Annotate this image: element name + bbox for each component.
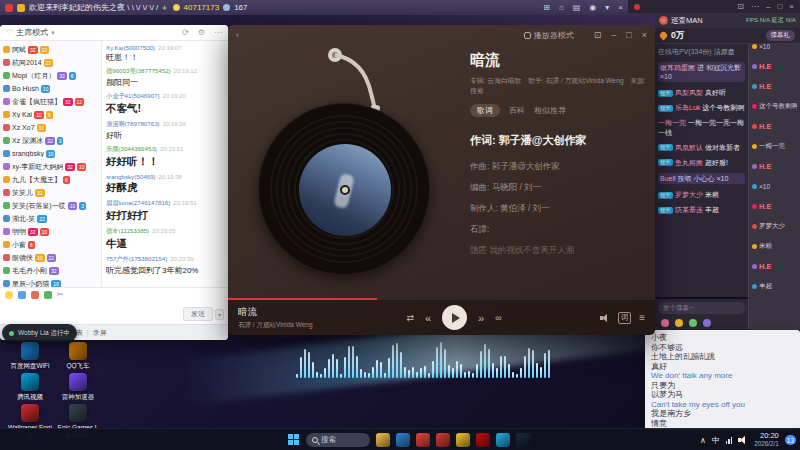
danmu-gift-button[interactable]: 弹幕礼	[766, 30, 796, 41]
more-icon[interactable]: ⋯	[214, 28, 222, 37]
windows-start-button[interactable]	[288, 434, 300, 446]
channel-user-row[interactable]: 阿斌 3210	[0, 43, 101, 56]
list-icon[interactable]: ▤	[573, 4, 581, 12]
channel-user-row[interactable]: 小窗 6	[0, 238, 101, 251]
previous-track-icon[interactable]: «	[425, 312, 431, 324]
gift-coin-icon[interactable]	[675, 319, 683, 327]
progress-bar[interactable]	[228, 298, 377, 300]
gift-crystal-icon[interactable]	[703, 319, 711, 327]
channel-user-row[interactable]: Xz 深渊冰 223	[0, 134, 101, 147]
more-icon[interactable]: ⋯	[751, 2, 759, 11]
taskbar-app-chrome-browser[interactable]	[416, 433, 430, 447]
channel-user-row[interactable]: 杭同2014 22	[0, 56, 101, 69]
gift-plant-icon[interactable]	[689, 319, 697, 327]
refresh-icon[interactable]: ⟳	[182, 28, 189, 37]
desktop-icon[interactable]: QQ飞车	[56, 342, 100, 369]
mode-caret-icon[interactable]: ▾	[51, 29, 55, 37]
taskbar-app-bilibili[interactable]	[496, 433, 510, 447]
chat-message[interactable]: 德市(11153385)20:20:05 牛逼	[106, 227, 224, 251]
tray-expand-icon[interactable]: ∧	[700, 436, 706, 445]
grid-icon[interactable]: ⊞	[543, 4, 550, 12]
playlist-icon[interactable]: ≡	[639, 312, 645, 323]
song-request-item[interactable]: 只要为	[651, 381, 794, 391]
redpacket-icon[interactable]	[31, 291, 39, 299]
caret-down-icon[interactable]: ▾	[605, 4, 609, 12]
channel-user-row[interactable]: 明明 3210	[0, 225, 101, 238]
player-mode-toggle[interactable]: 播放器模式	[524, 30, 574, 41]
chat-message[interactable]: 乐颜(3044369453)20:19:31 好好听！！	[106, 145, 224, 169]
tab-record[interactable]: 录屏	[93, 328, 107, 338]
network-icon[interactable]	[726, 437, 733, 444]
gift-heart-icon[interactable]	[661, 319, 669, 327]
status-overlay-pill[interactable]: Wobby Lia 运行中	[2, 324, 77, 342]
song-request-item[interactable]: 小夜	[651, 333, 794, 343]
taskbar-app-file-explorer[interactable]	[376, 433, 390, 447]
channel-user-row[interactable]: Mopi（红月） 326	[0, 69, 101, 82]
screenshot-icon[interactable]	[44, 291, 52, 299]
mode-label[interactable]: 主席模式	[16, 27, 48, 38]
song-request-item[interactable]: 我是南方乡	[651, 409, 794, 419]
channel-user-row[interactable]: Bo Hush 10	[0, 82, 101, 95]
send-button[interactable]: 发送	[183, 307, 213, 321]
player-maximize-icon[interactable]: □	[626, 30, 631, 40]
player-close-icon[interactable]: ×	[642, 30, 647, 40]
taskbar-app-qq-music[interactable]	[436, 433, 450, 447]
taskbar-search[interactable]: 搜索	[306, 433, 370, 447]
tab-lyrics[interactable]: 歌词	[470, 104, 500, 117]
chat-message[interactable]: 德96003莞(387775452)20:19:12 颜阳同一	[106, 67, 224, 88]
notification-badge[interactable]: 13	[785, 435, 796, 445]
play-button[interactable]	[442, 305, 467, 330]
song-request-item[interactable]: 你不够远	[651, 343, 794, 353]
tab-wiki[interactable]: 百科	[509, 105, 525, 116]
channel-user-tree[interactable]: 阿斌 3210 杭同2014 22 Mopi（红月） 326 Bo Hush 1…	[0, 41, 102, 287]
song-request-panel[interactable]: 小夜你不够远土地上的乱蹦乱跳真好We don' ttalk any more只要…	[645, 330, 800, 430]
shuffle-icon[interactable]: ⇄	[406, 313, 414, 323]
scissors-icon[interactable]: ✂	[57, 290, 64, 299]
vinyl-disc[interactable]	[258, 103, 430, 275]
home-icon[interactable]: ⌂	[559, 4, 564, 12]
chat-message-list[interactable]: Xy.Kai(50007500)20:19:07 旺崽！！ 德96003莞(38…	[102, 41, 228, 287]
clock[interactable]: 20:20 2026/2/1	[754, 432, 779, 447]
lyrics-list[interactable]: 作词: 郭子潘@大创作家作曲: 郭子潘@大创作家编曲: 马晓阳 / 刘一制作人:…	[470, 133, 646, 257]
chat-message[interactable]: 眉眉luma(2746147816)20:19:51 好打好打	[106, 199, 224, 223]
chat-message[interactable]: 757户外(1753802154)20:20:39 听完感觉回到了3年前20%	[106, 255, 224, 276]
tab-similar[interactable]: 相似推荐	[534, 105, 566, 116]
next-track-icon[interactable]: »	[478, 312, 484, 324]
minimize-icon[interactable]: –	[766, 2, 770, 11]
popout-icon[interactable]: ⊡	[737, 2, 744, 11]
channel-user-row[interactable]: 笑笑儿 32	[0, 186, 101, 199]
channel-user-row[interactable]: Xz Xo7 32	[0, 121, 101, 134]
gift-rank-strip[interactable]: 懒 S0L7 ×10 H.E H.E 这个号教剩啊 H.E 一梅一莞 H.E ×…	[748, 13, 800, 330]
desktop-icon[interactable]: 雷神加速器	[56, 373, 100, 400]
song-request-item[interactable]: 情意	[651, 419, 794, 429]
song-request-item[interactable]: Can't take my eyes off you	[651, 400, 794, 410]
back-icon[interactable]: ‹	[236, 30, 239, 40]
taskbar-app-edge-browser[interactable]	[396, 433, 410, 447]
channel-user-row[interactable]: 湖北-笑 22	[0, 212, 101, 225]
channel-user-row[interactable]: 金雀【疯狂猫】 3212	[0, 95, 101, 108]
maximize-icon[interactable]: □	[777, 2, 782, 11]
emoji-icon[interactable]	[5, 291, 13, 299]
desktop-icon[interactable]: 腾讯视频	[8, 373, 52, 400]
danmu-input[interactable]	[658, 302, 745, 314]
channel-user-row[interactable]: 九儿【大魔王】 6	[0, 173, 101, 186]
player-minimize-icon[interactable]: –	[611, 30, 616, 40]
song-request-item[interactable]: We don' ttalk any more	[651, 371, 794, 381]
channel-user-row[interactable]: 星辰-小奶猫 10	[0, 277, 101, 287]
channel-user-row[interactable]: srangbsky 10	[0, 147, 101, 160]
channel-user-row[interactable]: xy-李新旺大妈妈 3210	[0, 160, 101, 173]
loop-icon[interactable]: ∞	[495, 313, 501, 323]
streamer-avatar[interactable]	[659, 16, 668, 25]
chat-message[interactable]: 小金子41(5046907)20:19:20 不客气!	[106, 92, 224, 116]
danmu-list[interactable]: 在线电PV(334份)洁原盘银耳鸡蛋面进 和冠沉光辉 ×10舰长凤梨凤梨真好听舰…	[655, 44, 748, 297]
chat-message[interactable]: srangbsky(50469)20:19:38 好酥虎	[106, 173, 224, 195]
chat-message[interactable]: Xy.Kai(50007500)20:19:07 旺崽！！	[106, 44, 224, 63]
tray-volume-icon[interactable]	[738, 436, 748, 444]
taskbar-app-netease-music[interactable]	[476, 433, 490, 447]
player-popout-icon[interactable]: ⊡	[594, 30, 602, 40]
banner-close-icon[interactable]: ×	[618, 4, 623, 12]
song-request-item[interactable]: 以梦为马	[651, 390, 794, 400]
chat-message[interactable]: 浪漫啊(789780763)20:19:26 好听	[106, 120, 224, 141]
desktop-icon[interactable]: 百度网盘WiFi	[8, 342, 52, 369]
volume-icon[interactable]	[600, 314, 610, 322]
